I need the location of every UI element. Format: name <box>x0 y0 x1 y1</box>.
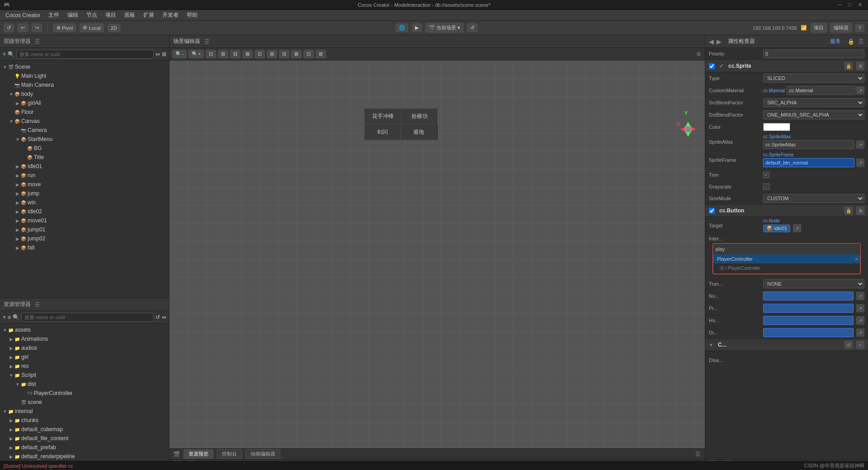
scene-toggle-1[interactable]: ⊞ <box>218 50 228 58</box>
scene-toggle-6[interactable]: ⊟ <box>279 50 289 58</box>
tree-item[interactable]: ▼📁internal <box>0 407 169 416</box>
tree-item[interactable]: ▶📦win <box>0 198 169 207</box>
tree-item[interactable]: ▼📦StartMenu <box>0 135 169 144</box>
trim-checkbox[interactable]: ✓ <box>763 172 769 178</box>
scene-toggle-5[interactable]: ⊞ <box>267 50 277 58</box>
undo-btn[interactable]: ↩ <box>18 24 28 32</box>
prop-forward-btn[interactable]: ▶ <box>717 38 722 45</box>
tree-item[interactable]: TSPlayerController <box>0 389 169 398</box>
target-tag[interactable]: 📦 idle01 <box>763 225 790 232</box>
button-gear-btn[interactable]: ⚙ <box>856 207 864 215</box>
spriteframe-link-btn[interactable]: ↗ <box>856 159 864 167</box>
hierarchy-expand-btn[interactable]: ⇔ <box>156 51 160 57</box>
context-menu-item-1[interactable]: 花手冲锋 <box>364 108 401 124</box>
scene-toggle-3[interactable]: ⊠ <box>242 50 253 58</box>
hierarchy-menu-btn[interactable]: ☰ <box>33 38 41 45</box>
normal-link-btn[interactable]: ↗ <box>856 292 864 300</box>
asset-collapse-btn[interactable]: ⇔ <box>162 314 166 320</box>
pivot-btn[interactable]: ⊕ Pivot <box>53 24 76 32</box>
tree-item[interactable]: ▶📦idle02 <box>0 207 169 216</box>
tree-item[interactable]: ▶📁default_prefab <box>0 443 169 452</box>
refresh-btn[interactable]: ↺ <box>4 24 14 32</box>
srcblend-select[interactable]: SRC_ALPHA <box>763 98 864 107</box>
tree-item[interactable]: 📷Main Camera <box>0 80 169 89</box>
tree-item[interactable]: ▶📦run <box>0 171 169 180</box>
tree-item[interactable]: ▼📁Scripit <box>0 371 169 380</box>
minimize-btn[interactable]: ─ <box>838 2 844 8</box>
tree-item[interactable]: 📦Title <box>0 153 169 162</box>
tree-item[interactable]: ▶📦fall <box>0 243 169 252</box>
menu-node[interactable]: 节点 <box>83 10 101 20</box>
custommaterial-link-btn[interactable]: ↗ <box>856 86 864 94</box>
scene-toggle-9[interactable]: ⊞ <box>316 50 326 58</box>
tree-item[interactable]: ▶📦move01 <box>0 216 169 225</box>
tree-item[interactable]: ▶📁res <box>0 362 169 371</box>
add-node-btn[interactable]: + <box>3 51 6 57</box>
tree-item[interactable]: ▼📦Canvas <box>0 117 169 126</box>
tree-item[interactable]: ▶📦jump02 <box>0 234 169 243</box>
tree-item[interactable]: ▶📦idle01 <box>0 162 169 171</box>
priority-input[interactable] <box>763 49 864 58</box>
scene-zoom-in[interactable]: 🔍+ <box>189 50 204 58</box>
menu-file[interactable]: 文件 <box>45 10 63 20</box>
custommaterial-input[interactable] <box>787 86 855 95</box>
pressed-link-btn[interactable]: ↗ <box>856 304 864 312</box>
tree-item[interactable]: 📷Camera <box>0 126 169 135</box>
tree-item[interactable]: ▶📦jump <box>0 189 169 198</box>
help-btn[interactable]: ? <box>855 24 864 32</box>
scene-reset[interactable]: ⊡ <box>206 50 216 58</box>
tree-item[interactable]: ▼📦body <box>0 89 169 99</box>
footer-menu-btn[interactable]: ☰ <box>694 451 701 458</box>
prop-lock-btn[interactable]: 🔒 <box>847 38 854 45</box>
transition-select[interactable]: NONE <box>763 279 864 288</box>
interactable-clear-btn[interactable]: × <box>855 255 859 263</box>
add-btn[interactable]: + <box>856 341 864 349</box>
tree-item[interactable]: ▶📁girl <box>0 352 169 362</box>
prop-service-tab[interactable]: 服务 <box>830 38 841 45</box>
menu-panel[interactable]: 面板 <box>121 10 139 20</box>
menu-dev[interactable]: 开发者 <box>159 10 182 20</box>
disabled-link-btn[interactable]: ↗ <box>856 329 864 337</box>
menu-help[interactable]: 帮助 <box>183 10 201 20</box>
menu-extend[interactable]: 扩展 <box>140 10 158 20</box>
prop-menu-btn[interactable]: ☰ <box>857 38 864 45</box>
sprite-lock-btn[interactable]: 🔒 <box>844 62 853 70</box>
tree-item[interactable]: ▼🎬Scene <box>0 62 169 71</box>
color-swatch[interactable] <box>763 123 790 131</box>
dstblend-select[interactable]: ONE_MINUS_SRC_ALPHA <box>763 110 864 119</box>
context-menu-item-3[interactable]: 剑闪 <box>364 124 401 140</box>
menu-edit[interactable]: 编辑 <box>64 10 82 20</box>
sprite-gear-btn[interactable]: ⚙ <box>856 62 864 70</box>
tree-item[interactable]: ▶📦jump01 <box>0 225 169 234</box>
disabled-btn[interactable] <box>763 328 854 337</box>
hierarchy-search[interactable] <box>16 50 154 59</box>
2d-btn[interactable]: 2D <box>108 24 120 32</box>
tree-item[interactable]: ▶📁Animations <box>0 334 169 343</box>
hover-btn[interactable] <box>763 316 854 325</box>
dropdown-item-1[interactable]: PlayerController <box>713 254 860 263</box>
tree-item[interactable]: ▼📁assets <box>0 325 169 334</box>
scene-canvas[interactable]: 花手冲锋 拾横功 剑闪 遁地 X Y <box>170 61 705 448</box>
asset-search[interactable] <box>21 313 154 322</box>
tree-item[interactable]: ▼📁dist <box>0 380 169 389</box>
asset-menu-btn[interactable]: ☰ <box>33 301 41 308</box>
maximize-btn[interactable]: □ <box>848 2 854 8</box>
tree-item[interactable]: ▶📦move <box>0 180 169 189</box>
tree-item[interactable]: 📦BG <box>0 144 169 153</box>
close-btn[interactable]: ✕ <box>858 2 864 8</box>
local-btn[interactable]: ⚙ Local <box>80 24 104 32</box>
scene-zoom-out[interactable]: 🔍- <box>172 50 187 58</box>
spriteatlas-link-btn[interactable]: ↗ <box>856 141 864 149</box>
asset-refresh-btn[interactable]: ↺ <box>156 314 160 320</box>
play-btn[interactable]: ▶ <box>412 24 422 32</box>
tree-item[interactable]: 📦Floor <box>0 108 169 117</box>
project-btn[interactable]: 项目 <box>811 23 827 33</box>
spriteframe-input[interactable] <box>763 158 854 167</box>
type-select[interactable]: SLICED <box>763 74 864 83</box>
interactable-search-input[interactable] <box>713 244 860 254</box>
sizemode-select[interactable]: CUSTOM <box>763 194 864 203</box>
scene-select[interactable]: 🎬 当前场景 ▾ <box>425 23 463 33</box>
scene-menu-btn[interactable]: ☰ <box>203 38 210 45</box>
button-lock-btn[interactable]: 🔒 <box>844 207 853 215</box>
scene-toggle-7[interactable]: ⊠ <box>291 50 302 58</box>
